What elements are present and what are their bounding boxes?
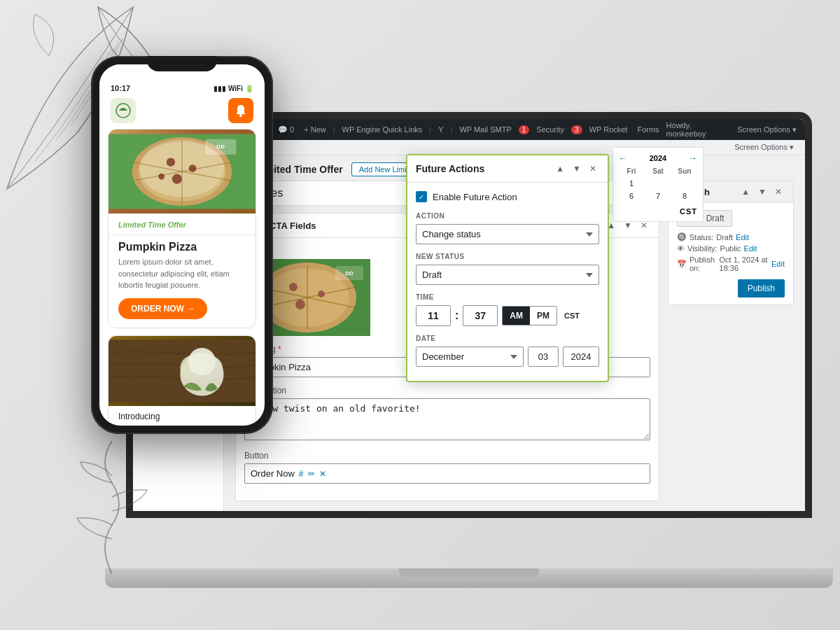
month-select[interactable]: December: [416, 346, 524, 367]
description-field-group: Description A new twist on an old favori…: [244, 386, 650, 442]
publish-on-value: Oct 1, 2024 at 18:36: [720, 255, 769, 272]
fa-up-btn[interactable]: ▲: [553, 162, 567, 175]
year-input[interactable]: [563, 346, 599, 367]
description-label: Description: [244, 386, 650, 396]
pm-button[interactable]: PM: [530, 307, 556, 325]
pizza-card-image: DD: [108, 130, 255, 214]
button-field: Order Now # ✏ ✕: [244, 463, 650, 484]
publish-up-btn[interactable]: ▲: [738, 186, 752, 198]
cst-label: CST: [619, 207, 697, 216]
wp-rocket-item[interactable]: WP Rocket: [587, 125, 631, 134]
cal-day-6[interactable]: 6: [619, 190, 644, 202]
howdy-text[interactable]: Howdy, monkeeboy: [666, 121, 731, 138]
publish-down-btn[interactable]: ▼: [755, 186, 769, 198]
security-item[interactable]: Security: [533, 125, 567, 134]
enable-label: Enable Future Action: [433, 192, 517, 202]
button-field-group: Button Order Now # ✏ ✕: [244, 451, 650, 484]
enable-checkbox[interactable]: ✓: [416, 191, 427, 202]
phone-outer: 10:17 ▮▮▮ WiFi 🔋: [91, 56, 273, 434]
add-new-item[interactable]: + New: [301, 125, 329, 134]
forms-item[interactable]: Forms: [634, 125, 662, 134]
wp-engine-quick-links[interactable]: WP Engine Quick Links: [340, 125, 426, 134]
phone: 10:17 ▮▮▮ WiFi 🔋: [91, 56, 273, 434]
cal-day-7[interactable]: 7: [645, 190, 671, 202]
order-now-button[interactable]: ORDER NOW →: [118, 298, 207, 319]
comment-icon[interactable]: 💬 0: [275, 125, 297, 134]
svg-text:DD: DD: [216, 144, 225, 150]
cal-day-8[interactable]: 8: [672, 190, 697, 202]
status-icon: 🔘: [677, 232, 687, 241]
svg-point-6: [289, 283, 298, 291]
cal-year: 2024: [650, 154, 666, 162]
screen-options-bar: Screen Options ▾: [224, 140, 805, 155]
date-section-label: DATE: [416, 335, 599, 342]
enable-future-action-row: ✓ Enable Future Action: [416, 191, 599, 202]
cauliflower-image: [108, 336, 255, 406]
status-edit-link[interactable]: Edit: [736, 233, 749, 241]
visibility-value: Public: [720, 244, 741, 253]
date-section: DATE December: [416, 335, 599, 367]
am-button[interactable]: AM: [503, 307, 530, 325]
future-actions-controls: ▲ ▼ ✕: [553, 162, 599, 175]
phone-notification-btn[interactable]: [228, 98, 253, 123]
cal-nav: ← 2024 →: [619, 153, 697, 163]
button-text: Order Now: [251, 468, 295, 479]
svg-point-23: [189, 164, 197, 172]
action-select[interactable]: Change status: [416, 224, 599, 244]
logo-svg: [113, 101, 133, 120]
fa-down-btn[interactable]: ▼: [570, 162, 584, 175]
introducing-text: Introducing: [108, 406, 255, 426]
publish-close-btn[interactable]: ✕: [772, 186, 785, 198]
cal-next-btn[interactable]: →: [689, 153, 697, 163]
status-row: 🔘 Status: Draft Edit: [677, 232, 785, 241]
laptop-base-notch: [399, 568, 539, 577]
screen-options[interactable]: Screen Options ▾: [734, 125, 799, 134]
timezone-label: CST: [564, 312, 580, 320]
phone-card-title: Pumpkin Pizza: [118, 241, 246, 253]
action-section-label: ACTION: [416, 212, 599, 220]
future-actions-title: Future Actions: [416, 163, 484, 174]
signal-icon: ▮▮▮: [214, 85, 226, 92]
day-input[interactable]: [528, 346, 559, 367]
calendar-box: ← 2024 → Fri Sat Sun 1 6 7 8 CST: [612, 147, 704, 222]
cal-days-grid: 1 6 7 8: [619, 178, 697, 202]
yoast-icon[interactable]: Y: [435, 125, 446, 134]
new-status-section-label: NEW STATUS: [416, 253, 599, 260]
new-status-select[interactable]: Draft: [416, 265, 599, 285]
visibility-edit-link[interactable]: Edit: [744, 244, 757, 253]
time-section-label: TIME: [416, 293, 599, 301]
cal-days-header: Fri Sat Sun: [619, 167, 697, 175]
ampm-group: AM PM: [502, 306, 557, 326]
time-minute-input[interactable]: [463, 305, 498, 326]
button-edit-icon[interactable]: ✏: [308, 469, 315, 479]
phone-time: 10:17: [111, 84, 130, 92]
cal-day-sat: Sat: [645, 167, 671, 175]
screen-options-text[interactable]: Screen Options ▾: [734, 143, 794, 151]
phone-notch: [147, 56, 217, 71]
description-textarea[interactable]: A new twist on an old favorite!: [244, 398, 650, 440]
wifi-icon: WiFi: [228, 85, 243, 92]
button-delete-icon[interactable]: ✕: [319, 469, 326, 479]
fa-close-btn[interactable]: ✕: [587, 162, 599, 175]
publish-date-edit-link[interactable]: Edit: [771, 260, 785, 268]
cal-prev-btn[interactable]: ←: [619, 153, 627, 163]
button-hash-icon[interactable]: #: [299, 469, 304, 479]
svg-point-22: [167, 158, 175, 166]
publish-button[interactable]: Publish: [738, 279, 785, 298]
publish-on-label: Publish on:: [690, 255, 717, 272]
publish-controls: ▲ ▼ ✕: [738, 186, 785, 198]
wp-mail-smtp[interactable]: WP Mail SMTP: [456, 125, 514, 134]
sep3: |: [451, 125, 453, 134]
time-hour-input[interactable]: [416, 305, 451, 326]
publish-date-row: 📅 Publish on: Oct 1, 2024 at 18:36 Edit: [677, 255, 785, 272]
phone-card-desc: Lorem ipsum dolor sit amet, consectetur …: [118, 256, 246, 291]
time-separator: :: [455, 309, 458, 322]
security-count-badge: 3: [571, 125, 582, 134]
sep2: |: [429, 125, 431, 134]
date-row: December: [416, 346, 599, 367]
svg-point-24: [172, 174, 182, 184]
svg-point-25: [158, 174, 164, 180]
cal-day-1[interactable]: 1: [619, 178, 644, 189]
svg-point-7: [318, 290, 325, 298]
pizza-card: DD Limited Time Offer Pumpkin Pizza Lore…: [108, 129, 256, 328]
